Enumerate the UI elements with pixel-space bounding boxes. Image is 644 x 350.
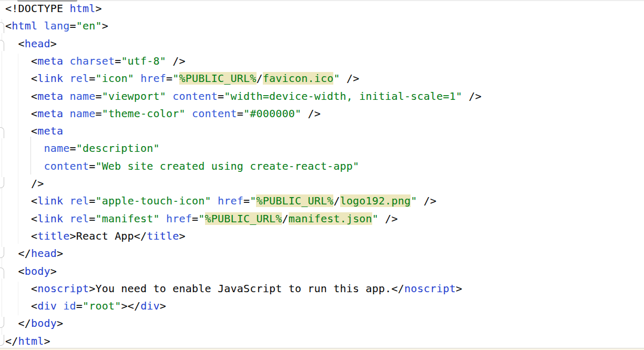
code-token: rel	[69, 212, 89, 225]
code-token: name	[69, 107, 95, 120]
code-token: %PUBLIC_URL%	[256, 194, 333, 207]
fold-marker-start[interactable]	[0, 267, 4, 279]
code-token: "utf-8"	[121, 55, 166, 67]
code-token: >	[89, 282, 95, 295]
fold-marker-end[interactable]	[0, 317, 4, 328]
code-token: body	[25, 265, 50, 277]
code-token: >	[57, 247, 63, 260]
code-token: =	[69, 142, 76, 155]
code-token: </	[5, 247, 31, 260]
code-token: />	[301, 107, 321, 120]
code-token: <	[5, 282, 37, 295]
code-token: div	[37, 300, 57, 312]
code-line-7: <meta name="theme-color" content="#00000…	[5, 105, 321, 122]
code-token: link	[37, 72, 63, 85]
code-token: name	[44, 142, 69, 155]
code-token: "width=device-width, initial-scale=1"	[224, 90, 462, 102]
code-token: />	[166, 55, 186, 67]
code-token: >	[57, 317, 63, 330]
code-token: "description"	[76, 142, 160, 155]
code-token: "	[250, 194, 256, 207]
code-token: </	[128, 300, 140, 312]
code-line-3: <head>	[5, 35, 57, 53]
code-token: content	[172, 90, 218, 102]
code-token	[63, 107, 69, 120]
horizontal-scrollbar-track[interactable]	[0, 0, 644, 1]
code-token: <!DOCTYPE	[5, 2, 69, 15]
code-token: =	[166, 72, 172, 85]
code-token: "root"	[83, 300, 121, 312]
fold-marker-start[interactable]	[0, 22, 4, 33]
code-token: "theme-color"	[102, 107, 186, 120]
code-token: title	[147, 230, 179, 242]
code-token: <	[5, 107, 37, 120]
code-token: "icon"	[95, 72, 134, 85]
code-token: =	[89, 160, 95, 172]
code-token: html	[69, 2, 95, 15]
code-token: >	[95, 2, 101, 15]
code-token	[63, 55, 69, 67]
code-token: >	[121, 300, 127, 312]
code-token: lang	[44, 19, 69, 32]
code-token	[186, 107, 192, 120]
code-line-4: <meta charset="utf-8" />	[5, 53, 186, 70]
code-token: href	[140, 72, 166, 85]
code-token: /	[257, 72, 263, 85]
code-token: />	[417, 194, 437, 207]
code-token: content	[44, 160, 89, 172]
code-token	[166, 90, 172, 102]
code-line-16: <body>	[5, 263, 57, 280]
code-token: <	[5, 212, 37, 225]
code-token: /	[282, 212, 288, 225]
code-token: "viewport"	[102, 90, 166, 102]
code-token: name	[69, 90, 95, 102]
code-token: body	[31, 317, 57, 330]
code-editor[interactable]: <!DOCTYPE html><html lang="en"> <head> <…	[0, 0, 644, 350]
code-token	[63, 212, 69, 225]
code-token: /	[333, 194, 340, 207]
code-token: %PUBLIC_URL%	[205, 212, 282, 225]
code-line-5: <link rel="icon" href="%PUBLIC_URL%/favi…	[5, 70, 359, 87]
code-token: href	[218, 194, 243, 207]
fold-marker-start[interactable]	[0, 40, 4, 51]
code-token: "	[172, 72, 179, 85]
code-line-9: name="description"	[5, 140, 160, 157]
code-token: logo192.png	[340, 194, 411, 207]
code-token: meta	[37, 125, 63, 137]
code-token: >	[69, 230, 76, 242]
code-token: "	[411, 194, 417, 207]
code-token: rel	[69, 72, 89, 85]
fold-marker-end[interactable]	[0, 247, 4, 258]
code-token: =	[89, 72, 95, 85]
code-line-19: </body>	[5, 315, 63, 332]
code-token: "apple-touch-icon"	[95, 194, 211, 207]
horizontal-scrollbar-thumb[interactable]	[17, 0, 77, 2]
code-token: </	[5, 335, 18, 347]
fold-marker-start[interactable]	[0, 127, 4, 138]
code-token: <	[5, 125, 37, 137]
code-token: "	[333, 72, 340, 85]
code-token: >	[50, 37, 57, 50]
code-token	[5, 142, 44, 155]
code-token: "	[198, 212, 205, 225]
code-token: meta	[37, 55, 63, 67]
code-token: >	[102, 19, 108, 32]
code-token: div	[140, 300, 160, 312]
code-line-6: <meta name="viewport" content="width=dev…	[5, 88, 482, 105]
code-token: <	[5, 90, 37, 102]
code-token: <	[5, 230, 37, 242]
code-token: <	[5, 265, 25, 277]
code-token: <	[5, 72, 37, 85]
code-line-14: <title>React App</title>	[5, 228, 186, 245]
code-token	[57, 300, 63, 312]
fold-marker-end[interactable]	[0, 177, 4, 188]
code-line-18: <div id="root"></div>	[5, 297, 166, 315]
code-token: />	[5, 177, 44, 190]
code-token	[5, 160, 44, 172]
code-token: link	[37, 194, 63, 207]
code-token: noscript	[404, 282, 456, 295]
code-token: html	[18, 335, 44, 347]
code-token: =	[95, 90, 101, 102]
code-token: =	[192, 212, 198, 225]
fold-marker-end[interactable]	[0, 335, 4, 346]
